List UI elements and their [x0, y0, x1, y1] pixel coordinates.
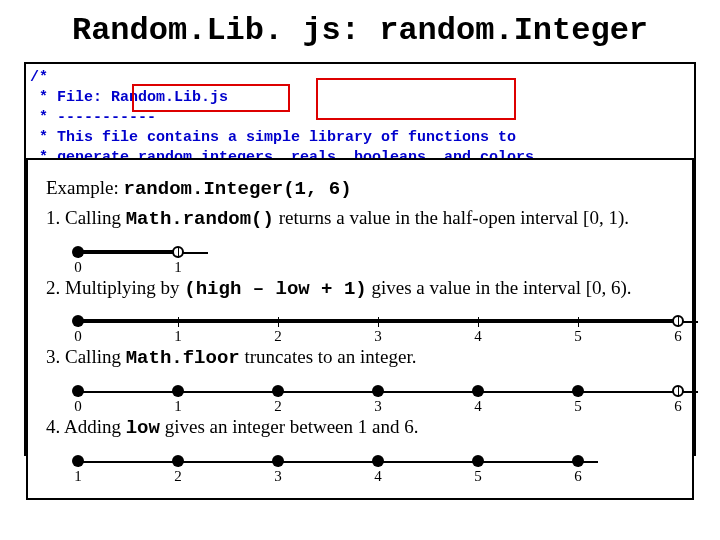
tick — [178, 317, 179, 327]
ticklab: 1 — [174, 327, 182, 346]
ticklab: 4 — [374, 467, 382, 486]
axis — [78, 391, 698, 393]
tick — [678, 317, 679, 327]
redbox-1 — [132, 84, 290, 112]
ticklab: 3 — [374, 327, 382, 346]
step-1: 1. Calling Math.random() returns a value… — [46, 206, 674, 232]
ticklab: 5 — [574, 397, 582, 416]
code-line-4: * This file contains a simple library of… — [30, 129, 516, 146]
tick — [278, 457, 279, 467]
s4a: 4. Adding — [46, 416, 126, 437]
s2b: (high – low + 1) — [184, 278, 366, 300]
redbox-2 — [316, 78, 516, 120]
ticklab: 2 — [274, 397, 282, 416]
step-3: 3. Calling Math.floor truncates to an in… — [46, 345, 674, 371]
tick — [278, 387, 279, 397]
ticklab: 0 — [74, 258, 82, 277]
s3b: Math.floor — [126, 347, 240, 369]
ticklab: 4 — [474, 327, 482, 346]
ticklab: 5 — [474, 467, 482, 486]
ticklab: 6 — [674, 397, 682, 416]
tick — [578, 317, 579, 327]
tick — [378, 457, 379, 467]
tick — [478, 457, 479, 467]
ticklab: 4 — [474, 397, 482, 416]
ticklab: 6 — [574, 467, 582, 486]
tick — [378, 387, 379, 397]
s4b: low — [126, 417, 160, 439]
number-line-3: 0 1 2 3 4 5 6 — [78, 377, 698, 411]
code-line-1: /* — [30, 69, 48, 86]
s2c: gives a value in the interval [0, 6). — [367, 277, 632, 298]
s1b: Math.random() — [126, 208, 274, 230]
tick — [178, 248, 179, 258]
tick — [78, 317, 79, 327]
s3a: 3. Calling — [46, 346, 126, 367]
tick — [78, 248, 79, 258]
ticklab: 3 — [374, 397, 382, 416]
ticklab: 1 — [74, 467, 82, 486]
ticklab: 0 — [74, 327, 82, 346]
example-call: random.Integer(1, 6) — [124, 178, 352, 200]
ticklab: 1 — [174, 258, 182, 277]
ticklab: 2 — [174, 467, 182, 486]
ticklab: 6 — [674, 327, 682, 346]
tick — [478, 317, 479, 327]
s4c: gives an integer between 1 and 6. — [160, 416, 419, 437]
tick — [278, 317, 279, 327]
ticklab: 1 — [174, 397, 182, 416]
s3c: truncates to an integer. — [240, 346, 417, 367]
tick — [378, 317, 379, 327]
tick — [478, 387, 479, 397]
ticklab: 2 — [274, 327, 282, 346]
tick — [678, 387, 679, 397]
number-line-4: 1 2 3 4 5 6 — [78, 447, 598, 481]
number-line-1: 0 1 — [78, 238, 208, 272]
example-line: Example: random.Integer(1, 6) — [46, 176, 674, 202]
ticklab: 3 — [274, 467, 282, 486]
page-title: Random.Lib. js: random.Integer — [0, 0, 720, 55]
ticklab: 0 — [74, 397, 82, 416]
ticklab: 5 — [574, 327, 582, 346]
tick — [178, 387, 179, 397]
s2a: 2. Multiplying by — [46, 277, 184, 298]
step-4: 4. Adding low gives an integer between 1… — [46, 415, 674, 441]
tick — [78, 387, 79, 397]
tick — [578, 387, 579, 397]
axis — [78, 461, 598, 463]
tick — [578, 457, 579, 467]
tick — [78, 457, 79, 467]
tick — [178, 457, 179, 467]
step-2: 2. Multiplying by (high – low + 1) gives… — [46, 276, 674, 302]
explainer-popup: Example: random.Integer(1, 6) 1. Calling… — [26, 158, 694, 500]
number-line-2: 0 1 2 3 4 5 6 — [78, 307, 698, 341]
interval-bar — [78, 250, 178, 254]
s1a: 1. Calling — [46, 207, 126, 228]
example-lead: Example: — [46, 177, 124, 198]
s1c: returns a value in the half-open interva… — [274, 207, 629, 228]
